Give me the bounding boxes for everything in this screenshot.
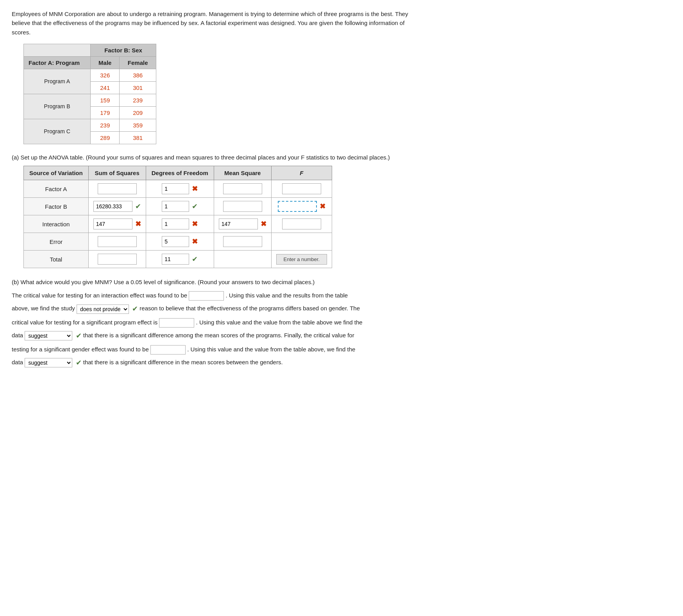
- anova-table-wrapper: Source of Variation Sum of Squares Degre…: [23, 166, 418, 268]
- part-b-line5: testing for a significant gender effect …: [12, 344, 418, 355]
- df-factor-b-input[interactable]: [162, 201, 189, 212]
- ms-error-input[interactable]: [223, 236, 262, 247]
- anova-table: Source of Variation Sum of Squares Degre…: [23, 166, 332, 268]
- anova-row-factor-b: Factor B ✔ ✔: [24, 198, 332, 215]
- program-data-check-icon: ✔: [76, 332, 82, 340]
- study-select[interactable]: does not provide does provide: [77, 304, 129, 314]
- part-b-line2-pre: above, we find the study: [12, 305, 75, 312]
- df-interaction-input[interactable]: [162, 218, 189, 229]
- part-b-line5-post: . Using this value and the value from th…: [187, 346, 355, 353]
- anova-header-f: F: [271, 166, 332, 180]
- factor-b-header: Factor B: Sex: [91, 44, 156, 56]
- anova-row-total: Total ✔ Enter a number.: [24, 251, 332, 268]
- ss-factor-b-check-icon: ✔: [135, 202, 141, 211]
- program-c-label: Program C: [24, 119, 91, 144]
- df-total-input[interactable]: [162, 254, 189, 265]
- ss-error-input[interactable]: [98, 236, 137, 247]
- part-b-line3-post: . Using this value and the value from th…: [196, 319, 363, 326]
- part-b-line4: data suggest do not suggest ✔ that there…: [12, 330, 418, 342]
- part-b-text: The critical value for testing for an in…: [12, 290, 418, 369]
- df-total-check-icon: ✔: [192, 255, 198, 263]
- f-factor-a-input[interactable]: [282, 183, 321, 194]
- part-b-line1-pre: The critical value for testing for an in…: [12, 292, 187, 299]
- ms-factor-b-input[interactable]: [223, 201, 262, 212]
- anova-row-interaction: Interaction ✖ ✖ ✖: [24, 215, 332, 233]
- anova-row-error: Error ✖: [24, 233, 332, 251]
- prog-b-female-2: 209: [120, 106, 156, 119]
- df-interaction-x-icon: ✖: [192, 220, 198, 228]
- gender-data-check-icon: ✔: [76, 359, 82, 367]
- prog-b-male-1: 159: [91, 94, 120, 106]
- part-b-line1-post: . Using this value and the results from …: [225, 292, 348, 299]
- anova-row-factor-a: Factor A ✖: [24, 180, 332, 198]
- ss-interaction-input[interactable]: [93, 218, 132, 229]
- prog-b-female-1: 239: [120, 94, 156, 106]
- source-interaction: Interaction: [24, 215, 89, 233]
- prog-a-female-2: 301: [120, 81, 156, 94]
- source-factor-b: Factor B: [24, 198, 89, 215]
- df-error-x-icon: ✖: [192, 237, 198, 246]
- col-female-header: Female: [120, 56, 156, 69]
- prog-c-female-2: 381: [120, 131, 156, 144]
- program-a-label: Program A: [24, 69, 91, 94]
- program-b-label: Program B: [24, 94, 91, 119]
- source-error: Error: [24, 233, 89, 251]
- ms-interaction-x-icon: ✖: [261, 220, 266, 228]
- ss-total-input[interactable]: [98, 254, 137, 265]
- df-factor-a-x-icon: ✖: [192, 184, 198, 193]
- study-select-check-icon: ✔: [132, 305, 138, 313]
- prog-a-male-1: 326: [91, 69, 120, 81]
- ss-factor-a-input[interactable]: [98, 183, 137, 194]
- factor-a-header: Factor A: Program: [24, 56, 91, 69]
- part-b-line6-post: that there is a significant difference i…: [83, 359, 283, 365]
- critical-value-gender-input[interactable]: [150, 345, 186, 355]
- source-total: Total: [24, 251, 89, 268]
- prog-b-male-2: 179: [91, 106, 120, 119]
- part-b-line5-pre: testing for a significant gender effect …: [12, 346, 149, 353]
- col-male-header: Male: [91, 56, 120, 69]
- part-b-label: (b) What advice would you give MNM? Use …: [12, 278, 418, 287]
- ss-interaction-x-icon: ✖: [135, 220, 141, 228]
- data-table-wrapper: Factor B: Sex Factor A: Program Male Fem…: [23, 44, 418, 144]
- anova-header-ss: Sum of Squares: [88, 166, 146, 180]
- intro-text: Employees of MNM Corporation are about t…: [12, 9, 418, 37]
- f-factor-b-input[interactable]: [278, 201, 317, 212]
- part-b-line4-pre: data: [12, 332, 23, 338]
- ss-factor-b-input[interactable]: [93, 201, 132, 212]
- part-b-line3-pre: critical value for testing for a signifi…: [12, 319, 157, 326]
- anova-header-df: Degrees of Freedom: [146, 166, 214, 180]
- prog-a-male-2: 241: [91, 81, 120, 94]
- ms-factor-a-input[interactable]: [223, 183, 262, 194]
- program-data-select[interactable]: suggest do not suggest: [25, 331, 72, 340]
- part-b-line6-pre: data: [12, 359, 23, 365]
- f-interaction-input[interactable]: [282, 218, 321, 229]
- part-b-line2-post: reason to believe that the effectiveness…: [139, 305, 360, 312]
- prog-a-female-1: 386: [120, 69, 156, 81]
- part-b-line3: critical value for testing for a signifi…: [12, 317, 418, 328]
- ms-interaction-input[interactable]: [219, 218, 258, 229]
- prog-c-male-2: 289: [91, 131, 120, 144]
- prog-c-male-1: 239: [91, 119, 120, 131]
- critical-value-interaction-input[interactable]: [189, 291, 224, 301]
- f-factor-b-x-icon: ✖: [320, 202, 325, 211]
- enter-number-label: Enter a number.: [276, 254, 327, 265]
- part-b-line2: above, we find the study does not provid…: [12, 303, 418, 315]
- df-error-input[interactable]: [162, 236, 189, 247]
- anova-header-ms: Mean Square: [214, 166, 271, 180]
- critical-value-program-input[interactable]: [159, 318, 194, 328]
- data-table: Factor B: Sex Factor A: Program Male Fem…: [23, 44, 156, 144]
- part-a-label: (a) Set up the ANOVA table. (Round your …: [12, 153, 418, 162]
- part-b-line6: data suggest do not suggest ✔ that there…: [12, 357, 418, 369]
- gender-data-select[interactable]: suggest do not suggest: [25, 358, 72, 367]
- prog-c-female-1: 359: [120, 119, 156, 131]
- df-factor-a-input[interactable]: [162, 183, 189, 194]
- part-b-line4-post: that there is a significant difference a…: [83, 332, 354, 338]
- part-b-line1: The critical value for testing for an in…: [12, 290, 418, 301]
- source-factor-a: Factor A: [24, 180, 89, 198]
- df-factor-b-check-icon: ✔: [192, 202, 198, 211]
- anova-header-source: Source of Variation: [24, 166, 89, 180]
